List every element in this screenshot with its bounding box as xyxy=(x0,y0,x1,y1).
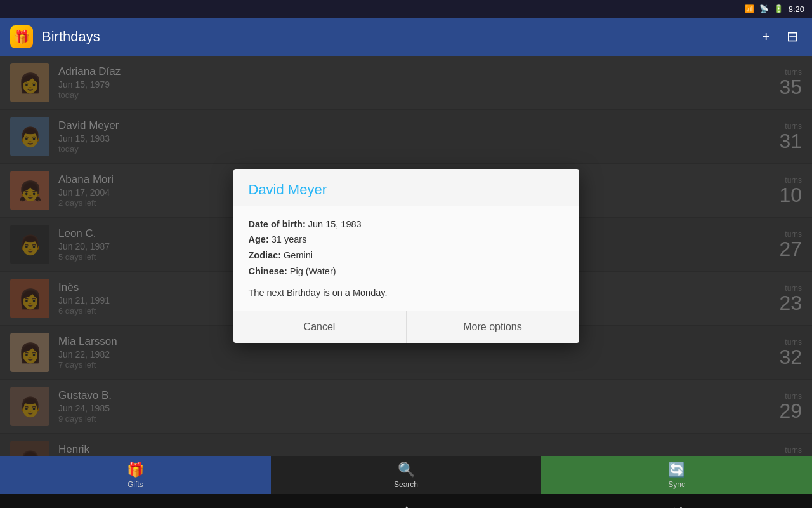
nav-label-sync: Sync xyxy=(668,480,685,489)
age-label: Age: xyxy=(249,234,269,244)
chinese-line: Chinese: Pig (Water) xyxy=(249,264,564,279)
status-time: 8:20 xyxy=(789,4,804,14)
wifi-icon: 📡 xyxy=(759,4,769,13)
zodiac-line: Zodiac: Gemini xyxy=(249,248,564,264)
nav-label-gifts: Gifts xyxy=(128,480,143,489)
home-button[interactable]: △ xyxy=(382,497,431,508)
bottom-nav: 🎁 Gifts 🔍 Search 🔄 Sync xyxy=(0,456,812,494)
filter-button[interactable]: ⊟ xyxy=(783,25,802,49)
zodiac-value: Gemini xyxy=(281,250,313,260)
dialog-overlay[interactable]: David Meyer Date of birth: Jun 15, 1983 … xyxy=(0,56,812,456)
detail-dialog: David Meyer Date of birth: Jun 15, 1983 … xyxy=(233,169,579,344)
dialog-content: Date of birth: Jun 15, 1983 Age: 31 year… xyxy=(233,206,579,311)
nav-tab-sync[interactable]: 🔄 Sync xyxy=(541,456,812,494)
age-line: Age: 31 years xyxy=(249,232,564,248)
more-options-button[interactable]: More options xyxy=(407,311,579,343)
battery-icon: 🔋 xyxy=(774,4,783,13)
search-icon: 🔍 xyxy=(398,462,415,478)
dob-line: Date of birth: Jun 15, 1983 xyxy=(249,217,564,232)
signal-icon: 📶 xyxy=(745,4,754,13)
android-nav-bar: ▭ △ ↩ xyxy=(0,494,812,508)
app-icon: 🎁 xyxy=(10,25,33,48)
nav-label-search: Search xyxy=(394,480,418,489)
sync-icon: 🔄 xyxy=(668,462,685,478)
app-title: Birthdays xyxy=(42,29,749,45)
cancel-button[interactable]: Cancel xyxy=(233,311,407,343)
add-button[interactable]: + xyxy=(758,25,774,49)
gifts-icon: 🎁 xyxy=(127,462,144,478)
status-bar: 📶 📡 🔋 8:20 xyxy=(0,0,812,18)
nav-tab-gifts[interactable]: 🎁 Gifts xyxy=(0,456,271,494)
dialog-actions: Cancel More options xyxy=(233,311,579,343)
dialog-title: David Meyer xyxy=(233,169,579,206)
chinese-label: Chinese: xyxy=(249,266,287,276)
app-bar: 🎁 Birthdays + ⊟ xyxy=(0,18,812,56)
chinese-value: Pig (Water) xyxy=(287,266,336,276)
nav-tab-search[interactable]: 🔍 Search xyxy=(271,456,542,494)
zodiac-label: Zodiac: xyxy=(249,250,282,260)
back-button[interactable]: ↩ xyxy=(652,497,702,508)
main-content: 👩 Adriana Díaz Jun 15, 1979 today turns … xyxy=(0,56,812,456)
age-value: 31 years xyxy=(269,234,307,244)
dob-label: Date of birth: xyxy=(249,219,306,229)
recent-apps-button[interactable]: ▭ xyxy=(110,497,162,508)
dob-value: Jun 15, 1983 xyxy=(306,219,362,229)
next-birthday-text: The next Birthday is on a Monday. xyxy=(249,288,564,298)
